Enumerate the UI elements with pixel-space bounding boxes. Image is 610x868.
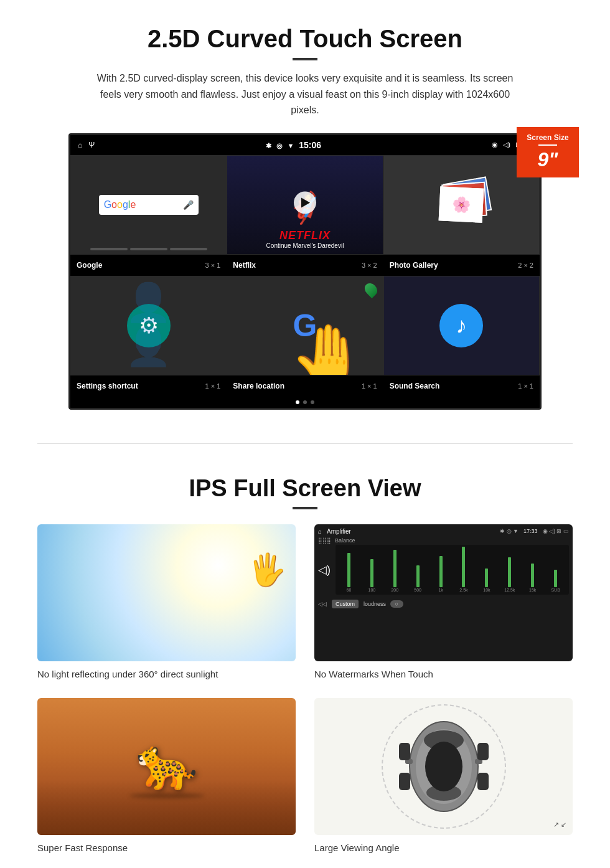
image-item-sky: No light reflecting under 360° direct su… [37, 524, 296, 679]
sky-image [37, 524, 296, 661]
image-item-car: ↗ ↙ Large Viewing Angle [314, 698, 573, 853]
wifi-icon: ▼ [287, 142, 294, 149]
image-grid: No light reflecting under 360° direct su… [37, 524, 573, 853]
photo-app-size: 2 × 2 [518, 262, 533, 269]
app-labels-bottom: Settings shortcut 1 × 1 Share location 1… [70, 375, 540, 397]
map-pin-icon [362, 281, 380, 298]
settings-app-size: 1 × 1 [205, 382, 221, 390]
sky-caption: No light reflecting under 360° direct su… [37, 669, 296, 679]
amp-title: Amplifier [327, 528, 351, 535]
amp-header: ⌂ Amplifier ✱ ◎ ▼ 17:33 ◉ ◁) ⊠ ▭ [318, 528, 569, 535]
photo-card-3: 🌸 [439, 186, 484, 223]
section-curved-screen: 2.5D Curved Touch Screen With 2.5D curve… [0, 0, 610, 425]
google-search-bar[interactable]: Google 🎤 [99, 195, 199, 215]
netflix-label: Netflix 3 × 2 [227, 258, 383, 272]
amp-controls: ⣿⣿⣿ Balance [318, 537, 569, 544]
amp-sliders: ◁) 60 100 [318, 545, 569, 595]
usb-icon: Ψ [88, 141, 95, 149]
app-grid-top: Google 🎤 🦸 [70, 155, 540, 255]
google-app-size: 3 × 1 [205, 262, 221, 269]
netflix-logo: NETFLIX [232, 229, 377, 242]
app-grid-bottom: ⚙ 👤 👤 G 🤚 [70, 276, 540, 375]
google-logo: Google [104, 199, 136, 210]
amplifier-image: ⌂ Amplifier ✱ ◎ ▼ 17:33 ◉ ◁) ⊠ ▭ ⣿⣿⣿ Bal… [314, 524, 573, 661]
amplifier-caption: No Watermarks When Touch [314, 669, 573, 679]
section1-title: 2.5D Curved Touch Screen [37, 25, 573, 53]
dot-1 [296, 400, 299, 404]
music-icon-circle: ♪ [439, 304, 483, 347]
photo-app-name: Photo Gallery [390, 261, 438, 270]
bluetooth-icon: ✱ [266, 142, 271, 149]
status-bar-time: ✱ ◎ ▼ 15:06 [95, 140, 492, 150]
mic-icon: 🎤 [183, 200, 194, 210]
google-maps-icon: G [293, 308, 317, 344]
status-bar-left: ⌂ Ψ [78, 141, 95, 149]
maps-app-cell[interactable]: G 🤚 [227, 276, 383, 375]
music-label: Sound Search 1 × 1 [383, 379, 540, 393]
play-button[interactable] [294, 191, 316, 214]
music-note-icon: ♪ [456, 313, 467, 339]
pagination-dots [70, 397, 540, 408]
maps-app-name: Share location [233, 382, 284, 390]
android-screen: ⌂ Ψ ✱ ◎ ▼ 15:06 ◉ ◁) ⊠ ▭ [68, 133, 542, 410]
loudness-toggle[interactable]: loudness ○ [364, 600, 403, 608]
image-item-amplifier: ⌂ Amplifier ✱ ◎ ▼ 17:33 ◉ ◁) ⊠ ▭ ⣿⣿⣿ Bal… [314, 524, 573, 679]
maps-label: Share location 1 × 1 [227, 379, 383, 393]
cheetah-caption: Super Fast Response [37, 842, 296, 853]
section-divider-line [37, 443, 573, 444]
google-app-cell[interactable]: Google 🎤 [70, 155, 227, 255]
eq-bars: 60 100 200 [338, 547, 566, 592]
image-item-cheetah: 🐆 Super Fast Response [37, 698, 296, 853]
section-ips-screen: IPS Full Screen View No light reflecting… [0, 463, 610, 868]
camera-icon: ◉ [492, 141, 498, 149]
settings-label: Settings shortcut 1 × 1 [70, 379, 227, 393]
flower-icon: 🌸 [452, 196, 471, 214]
dot-2 [303, 400, 307, 404]
badge-label: Screen Size [522, 133, 574, 142]
screen-size-badge: Screen Size 9" [517, 127, 579, 177]
netflix-subtitle: Continue Marvel's Daredevil [232, 242, 377, 249]
badge-divider [538, 144, 557, 146]
photo-label: Photo Gallery 2 × 2 [383, 258, 540, 272]
status-bar: ⌂ Ψ ✱ ◎ ▼ 15:06 ◉ ◁) ⊠ ▭ [70, 135, 540, 155]
section2-title: IPS Full Screen View [37, 475, 573, 502]
dot-3 [311, 400, 314, 404]
music-app-name: Sound Search [390, 382, 440, 390]
gps-icon: ◎ [276, 142, 283, 149]
maps-app-size: 1 × 1 [362, 382, 377, 390]
netflix-overlay: NETFLIX Continue Marvel's Daredevil [227, 224, 382, 254]
car-caption: Large Viewing Angle [314, 842, 573, 853]
netflix-app-name: Netflix [233, 261, 256, 270]
settings-app-name: Settings shortcut [77, 382, 138, 390]
music-app-size: 1 × 1 [518, 382, 533, 390]
screen-mockup-wrapper: Screen Size 9" ⌂ Ψ ✱ ◎ ▼ 15:06 ◉ [68, 133, 542, 410]
app-labels-top: Google 3 × 1 Netflix 3 × 2 Photo Gallery… [70, 255, 540, 276]
photo-stack: 🌸 [436, 180, 486, 230]
custom-btn[interactable]: Custom [332, 600, 359, 608]
car-bg: ↗ ↙ [314, 698, 573, 835]
home-icon: ⌂ [78, 141, 82, 149]
title-divider [293, 58, 317, 60]
netflix-app-cell[interactable]: 🦸 NETFLIX Continue Marvel's Daredevil [227, 155, 383, 255]
amp-footer: ◁◁ Custom loudness ○ [318, 600, 569, 608]
section2-title-divider [293, 507, 317, 509]
section1-description: With 2.5D curved-display screen, this de… [87, 70, 523, 118]
settings-app-cell[interactable]: ⚙ 👤 👤 [70, 276, 227, 375]
google-app-name: Google [77, 261, 102, 270]
volume-icon: ◁) [503, 141, 510, 149]
amp-time: 17:33 [523, 528, 538, 534]
music-app-cell[interactable]: ♪ [383, 276, 540, 375]
google-label: Google 3 × 1 [70, 258, 227, 272]
amplifier-screen: ⌂ Amplifier ✱ ◎ ▼ 17:33 ◉ ◁) ⊠ ▭ ⣿⣿⣿ Bal… [314, 524, 573, 661]
cheetah-image: 🐆 [37, 698, 296, 835]
cheetah-bg: 🐆 [37, 698, 296, 835]
time-display: 15:06 [299, 140, 321, 150]
play-triangle-icon [301, 197, 310, 207]
badge-size: 9" [538, 148, 558, 171]
car-image: ↗ ↙ [314, 698, 573, 835]
sky-gradient-bg [37, 524, 296, 661]
netflix-app-size: 3 × 2 [362, 262, 377, 269]
